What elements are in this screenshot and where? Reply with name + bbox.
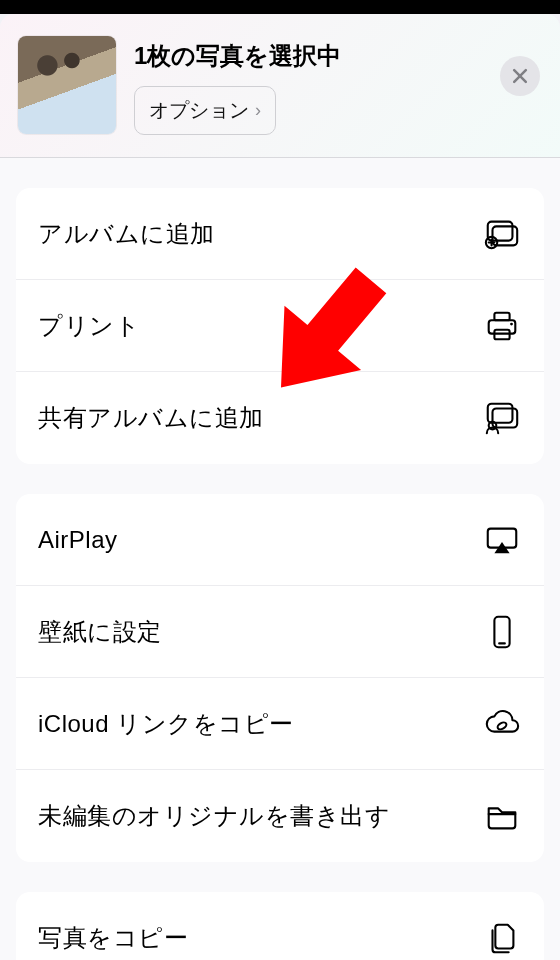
shared-album-icon (482, 398, 522, 438)
row-label: 共有アルバムに追加 (38, 402, 264, 434)
folder-icon (482, 796, 522, 836)
options-label: オプション (149, 97, 249, 124)
svg-rect-7 (489, 320, 516, 333)
status-bar (0, 0, 560, 14)
chevron-right-icon: › (255, 100, 261, 121)
row-label: プリント (38, 310, 140, 342)
print-icon (482, 306, 522, 346)
row-export-original[interactable]: 未編集のオリジナルを書き出す (16, 770, 544, 862)
album-add-icon (482, 214, 522, 254)
row-label: 壁紙に設定 (38, 616, 162, 648)
phone-icon (482, 612, 522, 652)
row-airplay[interactable]: AirPlay (16, 494, 544, 586)
close-icon (510, 66, 530, 86)
action-group-2: AirPlay 壁紙に設定 iCloud リンクをコピー 未編集のオリジナルを書… (16, 494, 544, 862)
options-button[interactable]: オプション › (134, 86, 276, 135)
row-copy-icloud-link[interactable]: iCloud リンクをコピー (16, 678, 544, 770)
row-label: 写真をコピー (38, 922, 188, 954)
action-group-3: 写真をコピー 文字盤作成 連絡先に割り当てる (16, 892, 544, 960)
airplay-icon (482, 520, 522, 560)
svg-rect-8 (494, 312, 509, 320)
row-copy-photo[interactable]: 写真をコピー (16, 892, 544, 960)
row-add-to-shared-album[interactable]: 共有アルバムに追加 (16, 372, 544, 464)
row-print[interactable]: プリント (16, 280, 544, 372)
photo-thumbnail[interactable] (18, 36, 116, 134)
row-set-wallpaper[interactable]: 壁紙に設定 (16, 586, 544, 678)
close-button[interactable] (500, 56, 540, 96)
row-label: iCloud リンクをコピー (38, 708, 294, 740)
row-label: AirPlay (38, 526, 118, 554)
header-text-block: 1枚の写真を選択中 オプション › (134, 36, 542, 135)
sheet-header: 1枚の写真を選択中 オプション › (0, 14, 560, 158)
copy-icon (482, 918, 522, 958)
svg-point-18 (496, 721, 507, 731)
actions-content: アルバムに追加 プリント 共有アルバムに追加 AirPlay (0, 188, 560, 960)
svg-point-10 (510, 322, 513, 325)
row-label: 未編集のオリジナルを書き出す (38, 800, 390, 832)
cloud-link-icon (482, 704, 522, 744)
row-add-to-album[interactable]: アルバムに追加 (16, 188, 544, 280)
share-sheet: 1枚の写真を選択中 オプション › アルバムに追加 プリント (0, 14, 560, 960)
selection-title: 1枚の写真を選択中 (134, 40, 542, 72)
row-label: アルバムに追加 (38, 218, 215, 250)
action-group-1: アルバムに追加 プリント 共有アルバムに追加 (16, 188, 544, 464)
